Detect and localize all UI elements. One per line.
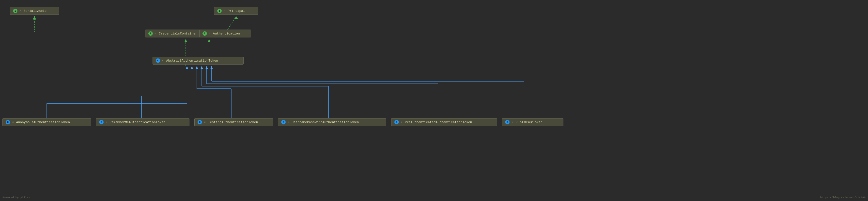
abstract-label: AbstractAuthenticationToken: [166, 59, 218, 63]
testing-icon: C: [197, 120, 202, 124]
run-as-label: RunAsUserToken: [516, 120, 542, 124]
node-authentication: I « Authentication: [199, 30, 251, 37]
svg-marker-10: [234, 16, 238, 19]
serializable-label: Serializable: [24, 9, 47, 13]
node-anonymous: C « AnonymousAuthenticationToken: [2, 118, 91, 126]
run-as-icon: C: [505, 120, 509, 124]
username-password-label: UsernamePasswordAuthenticationToken: [292, 120, 359, 124]
authentication-label: Authentication: [213, 32, 240, 35]
svg-marker-6: [185, 39, 187, 42]
svg-marker-26: [200, 66, 203, 69]
pre-authenticated-icon: C: [394, 120, 399, 124]
diagram-canvas: I « Serializable I « Principal I « Crede…: [0, 0, 868, 201]
svg-marker-14: [186, 66, 188, 69]
username-password-icon: C: [281, 120, 286, 124]
svg-marker-8: [208, 39, 210, 42]
anonymous-label: AnonymousAuthenticationToken: [16, 120, 70, 124]
abstract-icon: C: [156, 58, 160, 63]
remember-me-label: RememberMeAuthenticationToken: [110, 120, 165, 124]
anonymous-icon: C: [6, 120, 10, 124]
node-abstract-auth-token: C « AbstractAuthenticationToken: [153, 57, 244, 64]
node-remember-me: C « RememberMeAuthenticationToken: [96, 118, 189, 126]
node-testing: C « TestingAuthenticationToken: [194, 118, 273, 126]
svg-marker-3: [33, 16, 36, 20]
node-run-as: C « RunAsUserToken: [502, 118, 563, 126]
svg-marker-18: [191, 66, 193, 69]
node-serializable: I « Serializable: [10, 7, 59, 15]
credentials-icon: I: [148, 31, 153, 36]
svg-line-9: [227, 16, 236, 30]
authentication-icon: I: [203, 31, 207, 36]
footer-left: Powered by yhiles: [2, 196, 30, 199]
serializable-icon: I: [13, 9, 18, 13]
principal-label: Principal: [228, 9, 245, 13]
node-username-password: C « UsernamePasswordAuthenticationToken: [278, 118, 386, 126]
node-principal: I « Principal: [214, 7, 258, 15]
arrows-svg: [0, 0, 868, 201]
svg-marker-34: [210, 66, 213, 69]
svg-marker-4: [33, 16, 36, 19]
credentials-label: CredentialsContainer: [159, 32, 197, 35]
node-pre-authenticated: C « PreAuthenticatedAuthenticationToken: [391, 118, 497, 126]
pre-authenticated-label: PreAuthenticatedAuthenticationToken: [405, 120, 472, 124]
svg-marker-22: [195, 66, 198, 69]
remember-me-icon: C: [99, 120, 103, 124]
footer-right: https://blog.csdn.net/via296: [820, 196, 866, 199]
principal-icon: I: [217, 9, 222, 13]
testing-label: TestingAuthenticationToken: [208, 120, 258, 124]
svg-marker-30: [206, 66, 208, 69]
